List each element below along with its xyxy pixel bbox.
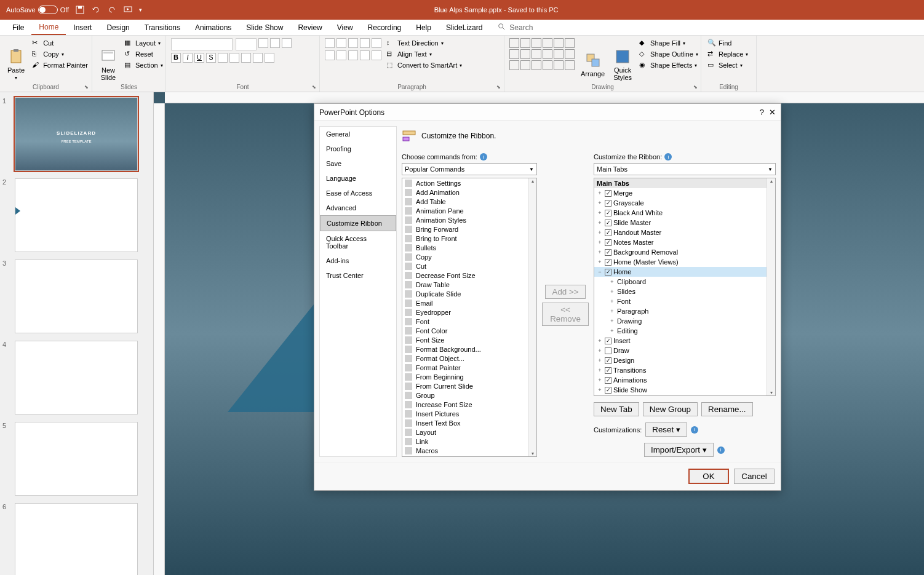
tree-item[interactable]: +✓Handout Master <box>594 228 775 237</box>
tree-child-item[interactable]: +Clipboard <box>594 277 775 287</box>
tree-expander-icon[interactable]: + <box>609 328 615 334</box>
command-item[interactable]: Duplicate Slide <box>402 289 536 298</box>
reset-button[interactable]: ↺Reset <box>123 49 164 59</box>
clipboard-launcher-icon[interactable]: ⬊ <box>84 84 90 90</box>
ok-button[interactable]: OK <box>688 469 729 484</box>
new-slide-button[interactable]: New Slide <box>97 38 119 90</box>
line-spacing-icon[interactable] <box>372 38 381 48</box>
tree-checkbox[interactable]: ✓ <box>605 269 611 276</box>
sidebar-item-addins[interactable]: Add-ins <box>320 253 396 268</box>
tab-slidelizard[interactable]: SlideLizard <box>439 21 490 34</box>
tree-item[interactable]: +✓Black And White <box>594 208 775 218</box>
font-highlight-icon[interactable] <box>253 53 263 63</box>
decrease-indent-icon[interactable] <box>348 38 358 48</box>
undo-icon[interactable] <box>91 5 101 15</box>
scrollbar[interactable]: ▴▾ <box>767 178 775 395</box>
sidebar-item-advanced[interactable]: Advanced <box>320 200 396 215</box>
tree-checkbox[interactable]: ✓ <box>605 377 611 384</box>
new-tab-button[interactable]: New Tab <box>594 402 639 416</box>
tab-slide-show[interactable]: Slide Show <box>239 21 290 34</box>
info-icon[interactable]: i <box>717 446 725 454</box>
sidebar-item-customize-ribbon[interactable]: Customize Ribbon <box>320 215 396 231</box>
tree-item[interactable]: +✓Transitions <box>594 365 775 375</box>
reset-button[interactable]: Reset ▾ <box>645 422 687 437</box>
choose-from-combo[interactable]: Popular Commands ▼ <box>402 163 537 175</box>
sidebar-item-trust-center[interactable]: Trust Center <box>320 268 396 283</box>
sidebar-item-qat[interactable]: Quick Access Toolbar <box>320 231 396 253</box>
tab-help[interactable]: Help <box>408 21 439 34</box>
underline-icon[interactable]: U <box>194 53 204 63</box>
font-launcher-icon[interactable]: ⬊ <box>312 84 318 90</box>
change-case-icon[interactable] <box>241 53 251 63</box>
drawing-launcher-icon[interactable]: ⬊ <box>693 84 699 90</box>
align-left-icon[interactable] <box>325 50 335 60</box>
tab-design[interactable]: Design <box>99 21 137 34</box>
command-item[interactable]: Format Background... <box>402 344 536 354</box>
tree-item[interactable]: +✓Animations <box>594 375 775 385</box>
tree-checkbox[interactable]: ✓ <box>605 190 611 197</box>
font-size-combo[interactable] <box>236 38 257 50</box>
start-from-beginning-icon[interactable] <box>123 5 133 15</box>
tree-checkbox[interactable]: ✓ <box>605 249 611 256</box>
info-icon[interactable]: i <box>480 153 487 161</box>
command-item[interactable]: Bring Forward <box>402 224 536 234</box>
tree-item[interactable]: +✓Merge <box>594 188 775 198</box>
paste-button[interactable]: Paste ▾ <box>5 38 27 90</box>
command-item[interactable]: Group <box>402 391 536 400</box>
section-button[interactable]: ▤Section▾ <box>123 60 164 70</box>
tree-checkbox[interactable]: ✓ <box>605 259 611 266</box>
search-box[interactable]: Search <box>497 22 533 33</box>
tree-item[interactable]: +Draw <box>594 346 775 355</box>
tree-expander-icon[interactable]: − <box>597 269 603 275</box>
dialog-titlebar[interactable]: PowerPoint Options ? ✕ <box>314 104 781 121</box>
quick-styles-button[interactable]: Quick Styles <box>611 38 634 90</box>
command-item[interactable]: Add Table▸ <box>402 197 536 206</box>
slide-thumb-6[interactable]: 6 CONTENT LAYOUT <box>2 503 151 575</box>
tree-checkbox[interactable]: ✓ <box>605 357 611 364</box>
slide-thumb-1[interactable]: 1 SLIDELIZARDFREE TEMPLATE <box>2 97 151 171</box>
tree-item[interactable]: +✓Design <box>594 355 775 365</box>
command-item[interactable]: Bullets▸ <box>402 243 536 252</box>
commands-listbox[interactable]: Action SettingsAdd Animation▸Add Table▸A… <box>402 178 537 457</box>
find-button[interactable]: 🔍Find <box>706 38 749 48</box>
tab-recording[interactable]: Recording <box>360 21 409 34</box>
tab-animations[interactable]: Animations <box>188 21 239 34</box>
tab-review[interactable]: Review <box>290 21 329 34</box>
tree-checkbox[interactable]: ✓ <box>605 200 611 207</box>
tree-checkbox[interactable]: ✓ <box>605 220 611 226</box>
align-center-icon[interactable] <box>337 50 346 60</box>
command-item[interactable]: Font Size▸ <box>402 335 536 344</box>
command-item[interactable]: Increase Font Size <box>402 400 536 409</box>
tree-item[interactable]: +✓Insert <box>594 336 775 346</box>
command-item[interactable]: Action Settings <box>402 178 536 188</box>
info-icon[interactable]: i <box>664 153 672 161</box>
tree-expander-icon[interactable]: + <box>597 357 603 363</box>
tree-expander-icon[interactable]: + <box>597 387 603 393</box>
command-item[interactable]: Animation Styles▸ <box>402 215 536 224</box>
command-item[interactable]: Decrease Font Size <box>402 271 536 280</box>
tree-item[interactable]: +✓Notes Master <box>594 237 775 247</box>
format-painter-button[interactable]: 🖌Format Painter <box>31 60 89 70</box>
slide-thumb-2[interactable]: 2 PICTURES LAYOUT <box>2 178 151 252</box>
tree-expander-icon[interactable]: + <box>597 239 603 245</box>
dialog-close-button[interactable]: ✕ <box>769 108 776 117</box>
tab-file[interactable]: File <box>5 21 31 34</box>
align-right-icon[interactable] <box>348 50 358 60</box>
tree-checkbox[interactable]: ✓ <box>605 229 611 236</box>
shape-line-icon[interactable] <box>509 38 519 48</box>
autosave-toggle[interactable]: AutoSave Off <box>6 6 69 14</box>
save-icon[interactable] <box>75 5 85 15</box>
tree-checkbox[interactable]: ✓ <box>605 387 611 394</box>
cut-button[interactable]: ✂Cut <box>31 38 89 48</box>
command-item[interactable]: Font Color▸ <box>402 326 536 335</box>
decrease-font-icon[interactable] <box>270 38 280 48</box>
add-button[interactable]: Add >> <box>545 285 586 299</box>
command-item[interactable]: Email <box>402 298 536 307</box>
replace-button[interactable]: ⇄Replace▾ <box>706 49 749 59</box>
arrange-button[interactable]: Arrange <box>578 38 607 90</box>
tree-checkbox[interactable]: ✓ <box>605 239 611 246</box>
tree-expander-icon[interactable]: + <box>597 190 603 196</box>
tree-expander-icon[interactable]: + <box>597 249 603 255</box>
scrollbar[interactable]: ▴▾ <box>528 178 536 456</box>
command-item[interactable]: Font▸ <box>402 317 536 326</box>
